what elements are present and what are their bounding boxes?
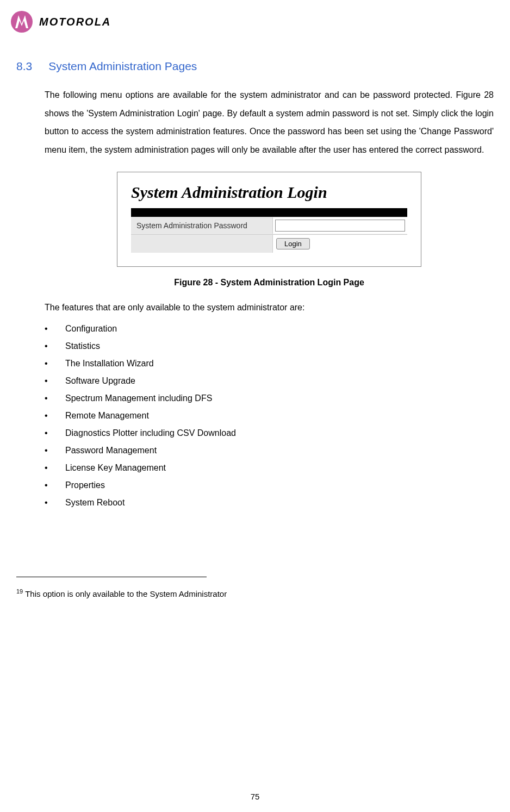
bullet-icon: • bbox=[45, 359, 65, 368]
list-item: •License Key Management bbox=[45, 459, 494, 477]
feature-text: License Key Management bbox=[65, 463, 166, 473]
password-row: System Administration Password bbox=[131, 217, 407, 235]
password-input[interactable] bbox=[275, 220, 405, 232]
feature-text: The Installation Wizard bbox=[65, 359, 154, 368]
list-item: •The Installation Wizard bbox=[45, 355, 494, 372]
motorola-logo-icon bbox=[11, 11, 33, 33]
figure-caption: Figure 28 - System Administration Login … bbox=[45, 278, 494, 288]
bullet-icon: • bbox=[45, 428, 65, 438]
login-button[interactable]: Login bbox=[276, 238, 310, 249]
bullet-icon: • bbox=[45, 393, 65, 403]
login-button-cell: Login bbox=[272, 235, 407, 253]
list-item: •Spectrum Management including DFS bbox=[45, 390, 494, 407]
list-item: •Password Management bbox=[45, 442, 494, 459]
list-item: •Remote Management bbox=[45, 407, 494, 424]
login-figure: System Administration Login System Admin… bbox=[117, 172, 421, 267]
section-number: 8.3 bbox=[16, 60, 32, 73]
bullet-icon: • bbox=[45, 446, 65, 455]
list-item: •Software Upgrade bbox=[45, 372, 494, 390]
feature-text: Configuration bbox=[65, 324, 117, 334]
feature-list: •Configuration •Statistics •The Installa… bbox=[45, 320, 494, 511]
list-item: •Properties bbox=[45, 477, 494, 494]
login-panel-title: System Administration Login bbox=[131, 183, 407, 202]
feature-text: Remote Management bbox=[65, 411, 149, 421]
bullet-icon: • bbox=[45, 376, 65, 386]
feature-text: Password Management bbox=[65, 446, 157, 455]
footnote-text: This option is only available to the Sys… bbox=[23, 589, 227, 598]
feature-text: System Reboot bbox=[65, 498, 125, 508]
intro-paragraph: The following menu options are available… bbox=[45, 86, 494, 159]
header-logo: MOTOROLA bbox=[11, 11, 494, 33]
footnote: 19 This option is only available to the … bbox=[16, 588, 494, 598]
footnote-number: 19 bbox=[16, 588, 23, 595]
list-item: •System Reboot bbox=[45, 494, 494, 511]
page-number: 75 bbox=[0, 792, 510, 801]
list-item: •Diagnostics Plotter including CSV Downl… bbox=[45, 424, 494, 442]
section-title: System Administration Pages bbox=[48, 60, 197, 73]
feature-text: Diagnostics Plotter including CSV Downlo… bbox=[65, 428, 236, 438]
login-button-row: Login bbox=[131, 235, 407, 253]
features-intro: The features that are only available to … bbox=[45, 303, 494, 313]
brand-text: MOTOROLA bbox=[39, 16, 111, 28]
feature-text: Spectrum Management including DFS bbox=[65, 393, 212, 403]
bullet-icon: • bbox=[45, 341, 65, 351]
feature-text: Statistics bbox=[65, 341, 100, 351]
password-input-cell bbox=[272, 217, 407, 234]
login-header-bar bbox=[131, 208, 407, 217]
bullet-icon: • bbox=[45, 411, 65, 421]
bullet-icon: • bbox=[45, 324, 65, 334]
footnote-separator bbox=[16, 577, 207, 577]
bullet-icon: • bbox=[45, 480, 65, 490]
section-heading: 8.3 System Administration Pages bbox=[16, 60, 494, 73]
bullet-icon: • bbox=[45, 463, 65, 473]
feature-text: Software Upgrade bbox=[65, 376, 135, 386]
bullet-icon: • bbox=[45, 498, 65, 508]
feature-text: Properties bbox=[65, 480, 105, 490]
password-label: System Administration Password bbox=[131, 217, 272, 234]
figure-container: System Administration Login System Admin… bbox=[45, 172, 494, 267]
list-item: •Configuration bbox=[45, 320, 494, 338]
list-item: •Statistics bbox=[45, 338, 494, 355]
